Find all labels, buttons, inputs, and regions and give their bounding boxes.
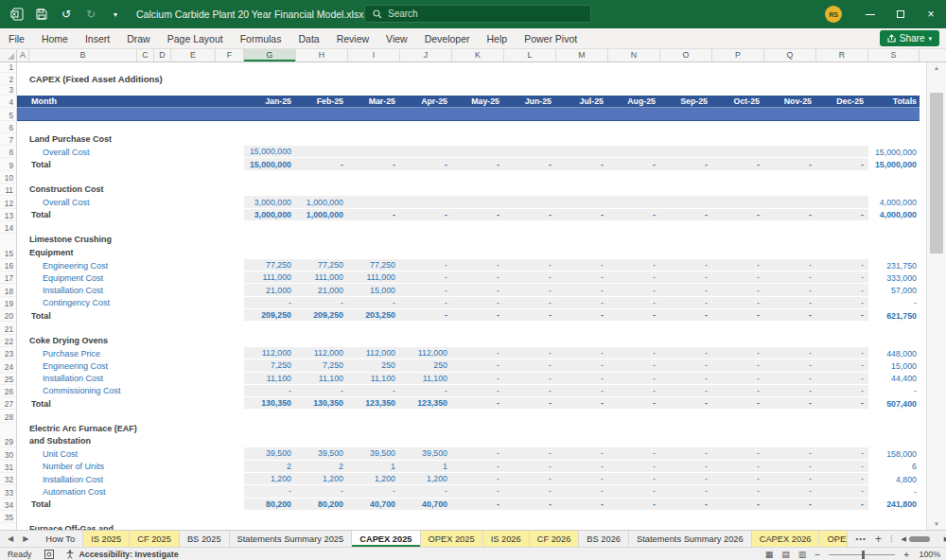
sheet-tab-opex-2025[interactable]: OPEX 2025 [421,531,483,547]
cell[interactable]: - [608,397,660,410]
totals-header-cell[interactable]: Totals [868,96,920,107]
cell[interactable] [17,133,29,146]
cell[interactable] [17,447,29,460]
sheet-tab-is-2025[interactable]: IS 2025 [83,531,130,547]
month-header-cell[interactable]: May-25 [452,96,504,107]
cell[interactable]: - [556,447,608,460]
cell[interactable]: 1,000,000 [296,196,348,208]
row-number[interactable]: 32 [0,473,17,485]
section-name-cell[interactable]: Land Purchase Cost [29,133,112,146]
cell[interactable]: - [660,473,712,485]
section-name-cell[interactable]: Construction Cost [29,184,104,196]
cell[interactable]: - [712,473,764,485]
cell[interactable]: - [556,259,608,271]
sheet-tab-bs-2026[interactable]: BS 2026 [579,531,629,547]
cell[interactable]: - [556,209,608,221]
row-number[interactable]: 25 [0,373,17,385]
row-number[interactable]: 6 [0,121,17,133]
cell[interactable] [17,284,29,296]
cell[interactable]: - [660,447,712,460]
cell[interactable]: - [816,373,868,385]
normal-view-icon[interactable]: ▦ [765,550,774,559]
cell[interactable]: - [400,485,452,498]
cell[interactable]: - [712,461,764,473]
cell[interactable]: - [712,309,764,322]
cell[interactable]: - [348,297,400,309]
row-number[interactable]: 29 [0,423,17,448]
cell[interactable]: - [452,485,504,498]
tab-splitter-grip[interactable]: ⁞ [890,534,893,544]
totals-cell[interactable]: 4,000,000 [868,209,920,221]
cell[interactable] [17,146,29,158]
horizontal-scrollbar[interactable]: ◀ ▶ [901,535,946,543]
scroll-up-arrow[interactable]: ▲ [927,62,946,74]
line-item-label[interactable]: Engineering Cost [29,259,244,271]
cell[interactable]: 7,250 [296,359,348,372]
sheet-tab-bs-2025[interactable]: BS 2025 [180,531,230,547]
more-sheets-button[interactable]: ••• [855,534,866,543]
cell[interactable]: 77,250 [348,259,400,271]
month-header-cell[interactable]: Dec-25 [816,96,868,107]
totals-cell[interactable]: 15,000,000 [868,158,920,170]
cell[interactable] [400,146,452,158]
cell[interactable]: - [504,385,556,397]
cell[interactable]: - [452,461,504,473]
cell[interactable] [17,158,29,170]
row-number[interactable]: 36 [0,523,17,530]
cell[interactable]: - [660,347,712,359]
ribbon-tab-page-layout[interactable]: Page Layout [159,28,232,49]
row-number[interactable]: 10 [0,171,17,184]
cell[interactable]: 130,350 [244,397,296,410]
cell[interactable]: - [504,158,556,170]
month-header-cell[interactable]: Sep-25 [660,96,712,107]
cell[interactable]: - [504,297,556,309]
section-name-cell[interactable]: Furnace Off-Gas andCooling System [29,523,114,530]
column-header-I[interactable]: I [348,49,400,61]
cell[interactable]: - [556,309,608,322]
month-header-cell[interactable]: Feb-25 [296,96,348,107]
cell[interactable]: - [712,347,764,359]
cell[interactable]: - [348,209,400,221]
ribbon-tab-insert[interactable]: Insert [77,28,118,49]
cell[interactable] [17,347,29,359]
row-number[interactable]: 19 [0,297,17,309]
cell[interactable]: 112,000 [400,347,452,359]
cell[interactable]: - [296,158,348,170]
totals-cell[interactable]: - [868,297,920,309]
cell[interactable]: 209,250 [296,309,348,322]
cell[interactable]: - [452,284,504,296]
cell[interactable] [608,146,660,158]
cell[interactable]: - [296,485,348,498]
hscroll-left-arrow[interactable]: ◀ [901,535,905,543]
cell[interactable]: - [452,158,504,170]
row-number[interactable]: 18 [0,284,17,296]
cell[interactable] [17,359,29,372]
cell[interactable]: - [764,209,816,221]
cell[interactable]: 80,200 [296,499,348,511]
cell[interactable]: - [556,473,608,485]
line-item-label[interactable]: Number of Units [29,461,244,473]
cell[interactable]: - [400,209,452,221]
cell[interactable]: - [816,359,868,372]
totals-cell[interactable]: 621,750 [868,309,920,322]
ribbon-tab-draw[interactable]: Draw [118,28,159,49]
cell[interactable]: 11,100 [348,373,400,385]
cell[interactable]: - [712,209,764,221]
total-row-label[interactable]: Total [29,309,244,322]
cell[interactable]: - [608,373,660,385]
cell[interactable]: - [400,309,452,322]
cell[interactable]: - [452,359,504,372]
month-header-cell[interactable]: Mar-25 [348,96,400,107]
row-number[interactable]: 21 [0,322,17,334]
cell[interactable]: - [764,461,816,473]
cell[interactable] [816,196,868,208]
cell[interactable]: - [816,447,868,460]
cell[interactable]: - [764,447,816,460]
cell[interactable]: - [348,158,400,170]
column-header-K[interactable]: K [452,49,504,61]
cell[interactable]: 112,000 [244,347,296,359]
row-number[interactable]: 12 [0,196,17,208]
cell[interactable] [504,196,556,208]
cell[interactable]: 1,200 [244,473,296,485]
cell[interactable]: - [608,347,660,359]
